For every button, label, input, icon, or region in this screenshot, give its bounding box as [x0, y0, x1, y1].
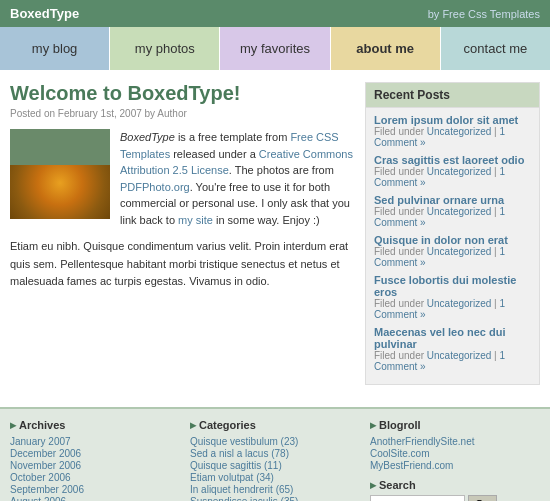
recent-post-3-link[interactable]: Sed pulvinar ornare urna — [374, 194, 531, 206]
pdphoto-link[interactable]: PDFPhoto.org — [120, 181, 190, 193]
site-name-italic: BoxedType — [120, 131, 175, 143]
archive-nov-link[interactable]: November 2006 — [10, 460, 81, 471]
by-line: by Free Css Templates — [428, 8, 540, 20]
recent-post-5-cat[interactable]: Uncategorized — [427, 298, 491, 309]
recent-post-4-cat[interactable]: Uncategorized — [427, 246, 491, 257]
blogroll-col: Blogroll AnotherFriendlySite.net CoolSit… — [370, 419, 540, 501]
flower-image — [10, 129, 110, 219]
category-item: Quisque vestibulum (23) — [190, 436, 360, 447]
footer: Archives January 2007 December 2006 Nove… — [0, 407, 550, 501]
archive-item: January 2007 — [10, 436, 180, 447]
recent-post-6: Maecenas vel leo nec dui pulvinar Filed … — [374, 326, 531, 372]
archive-item: November 2006 — [10, 460, 180, 471]
nav-item-blog[interactable]: my blog — [0, 27, 110, 70]
recent-post-1: Lorem ipsum dolor sit amet Filed under U… — [374, 114, 531, 148]
search-button[interactable]: Go — [468, 495, 497, 501]
nav-item-favorites[interactable]: my favorites — [220, 27, 330, 70]
archive-item: September 2006 — [10, 484, 180, 495]
page-title: Welcome to BoxedType! — [10, 82, 355, 105]
blogroll-item: AnotherFriendlySite.net — [370, 436, 540, 447]
recent-post-4-meta: Filed under Uncategorized | 1 Comment » — [374, 246, 531, 268]
blog-2-link[interactable]: CoolSite.com — [370, 448, 429, 459]
recent-posts-title: Recent Posts — [366, 83, 539, 108]
blogroll-item: MyBestFriend.com — [370, 460, 540, 471]
post-text: BoxedType is a free template from Free C… — [120, 129, 355, 228]
archive-sep-link[interactable]: September 2006 — [10, 484, 84, 495]
search-input[interactable] — [370, 495, 465, 501]
categories-title: Categories — [190, 419, 360, 431]
cat-1-link[interactable]: Quisque vestibulum (23) — [190, 436, 298, 447]
main-content: Welcome to BoxedType! Posted on February… — [0, 70, 550, 407]
nav-item-about[interactable]: about me — [331, 27, 441, 70]
archive-dec-link[interactable]: December 2006 — [10, 448, 81, 459]
archive-item: October 2006 — [10, 472, 180, 483]
archive-item: December 2006 — [10, 448, 180, 459]
archive-jan-link[interactable]: January 2007 — [10, 436, 71, 447]
recent-post-1-meta: Filed under Uncategorized | 1 Comment » — [374, 126, 531, 148]
nav: my blog my photos my favorites about me … — [0, 27, 550, 70]
recent-post-5-link[interactable]: Fusce lobortis dui molestie eros — [374, 274, 531, 298]
category-item: Etiam volutpat (34) — [190, 472, 360, 483]
cat-6-link[interactable]: Suspendisse iaculis (35) — [190, 496, 298, 501]
recent-post-6-cat[interactable]: Uncategorized — [427, 350, 491, 361]
recent-post-4: Quisque in dolor non erat Filed under Un… — [374, 234, 531, 268]
blogroll-title: Blogroll — [370, 419, 540, 431]
search-title: Search — [370, 479, 540, 491]
recent-post-5: Fusce lobortis dui molestie eros Filed u… — [374, 274, 531, 320]
recent-post-5-meta: Filed under Uncategorized | 1 Comment » — [374, 298, 531, 320]
category-item: Suspendisse iaculis (35) — [190, 496, 360, 501]
cat-5-link[interactable]: In aliquet hendrerit (65) — [190, 484, 293, 495]
cat-4-link[interactable]: Etiam volutpat (34) — [190, 472, 274, 483]
recent-post-6-link[interactable]: Maecenas vel leo nec dui pulvinar — [374, 326, 531, 350]
recent-post-1-cat[interactable]: Uncategorized — [427, 126, 491, 137]
header: BoxedType by Free Css Templates — [0, 0, 550, 27]
post-image — [10, 129, 110, 219]
intro-text: BoxedType is a free template from Free C… — [120, 131, 353, 226]
recent-post-2-meta: Filed under Uncategorized | 1 Comment » — [374, 166, 531, 188]
post-body: BoxedType is a free template from Free C… — [10, 129, 355, 228]
blog-3-link[interactable]: MyBestFriend.com — [370, 460, 453, 471]
search-box: Search Go — [370, 479, 540, 501]
blog-1-link[interactable]: AnotherFriendlySite.net — [370, 436, 475, 447]
category-item: In aliquet hendrerit (65) — [190, 484, 360, 495]
recent-post-3-cat[interactable]: Uncategorized — [427, 206, 491, 217]
recent-post-4-link[interactable]: Quisque in dolor non erat — [374, 234, 531, 246]
cat-2-link[interactable]: Sed a nisl a lacus (78) — [190, 448, 289, 459]
recent-post-2-link[interactable]: Cras sagittis est laoreet odio — [374, 154, 531, 166]
recent-posts-box: Recent Posts Lorem ipsum dolor sit amet … — [365, 82, 540, 385]
recent-post-2: Cras sagittis est laoreet odio Filed und… — [374, 154, 531, 188]
recent-post-2-cat[interactable]: Uncategorized — [427, 166, 491, 177]
archive-item: August 2006 — [10, 496, 180, 501]
nav-item-photos[interactable]: my photos — [110, 27, 220, 70]
blogroll-list: AnotherFriendlySite.net CoolSite.com MyB… — [370, 436, 540, 471]
archives-col: Archives January 2007 December 2006 Nove… — [10, 419, 180, 501]
post-meta: Posted on February 1st, 2007 by Author — [10, 108, 355, 119]
post-full-text: Etiam eu nibh. Quisque condimentum variu… — [10, 238, 355, 291]
site-title: BoxedType — [10, 6, 79, 21]
recent-post-6-meta: Filed under Uncategorized | 1 Comment » — [374, 350, 531, 372]
archive-oct-link[interactable]: October 2006 — [10, 472, 71, 483]
categories-list: Quisque vestibulum (23) Sed a nisl a lac… — [190, 436, 360, 501]
my-site-link[interactable]: my site — [178, 214, 213, 226]
recent-post-3: Sed pulvinar ornare urna Filed under Unc… — [374, 194, 531, 228]
nav-item-contact[interactable]: contact me — [441, 27, 550, 70]
search-row: Go — [370, 495, 540, 501]
recent-post-3-meta: Filed under Uncategorized | 1 Comment » — [374, 206, 531, 228]
blogroll-item: CoolSite.com — [370, 448, 540, 459]
recent-post-1-link[interactable]: Lorem ipsum dolor sit amet — [374, 114, 531, 126]
content-area: Welcome to BoxedType! Posted on February… — [10, 82, 355, 395]
category-item: Sed a nisl a lacus (78) — [190, 448, 360, 459]
sidebar: Recent Posts Lorem ipsum dolor sit amet … — [365, 82, 540, 395]
recent-posts-list: Lorem ipsum dolor sit amet Filed under U… — [366, 108, 539, 384]
archives-list: January 2007 December 2006 November 2006… — [10, 436, 180, 501]
categories-col: Categories Quisque vestibulum (23) Sed a… — [190, 419, 360, 501]
cat-3-link[interactable]: Quisque sagittis (11) — [190, 460, 282, 471]
archives-title: Archives — [10, 419, 180, 431]
archive-aug-link[interactable]: August 2006 — [10, 496, 66, 501]
category-item: Quisque sagittis (11) — [190, 460, 360, 471]
